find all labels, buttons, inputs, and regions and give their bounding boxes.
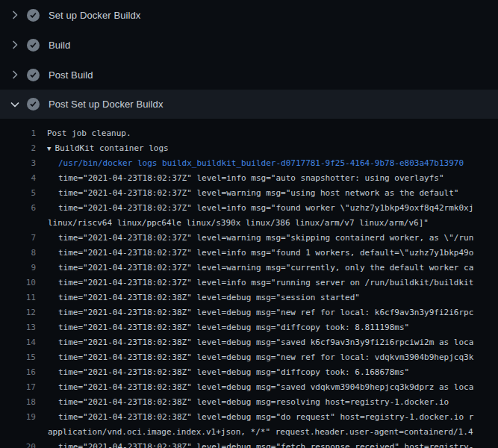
log-line: 1 Post job cleanup. (0, 126, 498, 141)
log-line-number[interactable]: 5 (0, 186, 36, 201)
step-list: Set up Docker Buildx Build Post Build (0, 0, 498, 119)
log-line-number[interactable] (0, 425, 36, 440)
log-line-text: time="2021-04-23T18:02:38Z" level=debug … (36, 335, 498, 350)
log-line: 8 time="2021-04-23T18:02:37Z" level=info… (0, 246, 498, 261)
log-line: 12 time="2021-04-23T18:02:38Z" level=deb… (0, 305, 498, 320)
log-line-number[interactable]: 1 (0, 126, 36, 141)
chevron-right-icon (9, 69, 21, 81)
log-line-number[interactable]: 10 (0, 276, 36, 290)
log-line-number[interactable]: 9 (0, 261, 36, 276)
log-line: 17 time="2021-04-23T18:02:38Z" level=deb… (0, 380, 498, 395)
log-line: 16 time="2021-04-23T18:02:38Z" level=deb… (0, 365, 498, 380)
log-line-text: time="2021-04-23T18:02:38Z" level=debug … (36, 290, 498, 305)
log-line-text: time="2021-04-23T18:02:37Z" level=info m… (36, 276, 498, 290)
log-line: 3 /usr/bin/docker logs buildx_buildkit_b… (0, 156, 498, 171)
log-line-number[interactable]: 7 (0, 231, 36, 246)
log-line-number[interactable]: 3 (0, 156, 36, 171)
log-line-text: time="2021-04-23T18:02:38Z" level=debug … (36, 380, 498, 395)
log-line-text: time="2021-04-23T18:02:37Z" level=info m… (36, 171, 498, 186)
check-circle-icon (27, 39, 40, 52)
section-label: Set up Docker Buildx (49, 10, 140, 21)
log-line-number[interactable]: 19 (0, 410, 36, 425)
log-line-number[interactable] (0, 216, 36, 231)
log-line-text: time="2021-04-23T18:02:38Z" level=debug … (36, 350, 498, 365)
log-line: 19 time="2021-04-23T18:02:38Z" level=deb… (0, 410, 498, 425)
check-circle-icon (27, 69, 40, 81)
check-circle-icon (27, 98, 40, 111)
log-line-number[interactable]: 12 (0, 305, 36, 320)
log-line-number[interactable]: 17 (0, 380, 36, 395)
log-line: 15 time="2021-04-23T18:02:38Z" level=deb… (0, 350, 498, 365)
log-line-text: application/vnd.oci.image.index.v1+json,… (36, 425, 498, 440)
section-label: Post Build (49, 69, 93, 81)
log-line-number[interactable]: 4 (0, 171, 36, 186)
log-line-number[interactable]: 2 (0, 141, 36, 156)
log-line-text: time="2021-04-23T18:02:38Z" level=debug … (36, 365, 498, 380)
log-line-text: BuildKit container logs (55, 141, 498, 156)
log-line-text: time="2021-04-23T18:02:37Z" level=info m… (36, 246, 498, 261)
log-line-text: time="2021-04-23T18:02:37Z" level=warnin… (36, 231, 498, 246)
log-line-text: time="2021-04-23T18:02:38Z" level=debug … (36, 410, 498, 425)
log-line-text: /usr/bin/docker logs buildx_buildkit_bui… (36, 156, 498, 171)
log-group-header: 2 ▼BuildKit container logs (0, 141, 498, 156)
section-label: Post Set up Docker Buildx (49, 99, 164, 110)
log-line: linux/riscv64 linux/ppc64le linux/s390x … (0, 216, 498, 231)
log-line-number[interactable]: 11 (0, 290, 36, 305)
log-line: 14 time="2021-04-23T18:02:38Z" level=deb… (0, 335, 498, 350)
log-line: 9 time="2021-04-23T18:02:37Z" level=warn… (0, 261, 498, 276)
group-collapse-icon[interactable]: ▼ (36, 141, 55, 156)
log-line: 7 time="2021-04-23T18:02:37Z" level=warn… (0, 231, 498, 246)
log-lines: 1 Post job cleanup. 2 ▼BuildKit containe… (0, 126, 498, 448)
chevron-down-icon (9, 99, 21, 111)
section-label: Build (49, 40, 70, 51)
log-line-text: time="2021-04-23T18:02:37Z" level=info m… (36, 201, 498, 216)
log-line: 5 time="2021-04-23T18:02:37Z" level=warn… (0, 186, 498, 201)
log-line-text: linux/riscv64 linux/ppc64le linux/s390x … (36, 216, 498, 231)
check-circle-icon (27, 9, 40, 22)
log-line: 11 time="2021-04-23T18:02:38Z" level=deb… (0, 290, 498, 305)
log-line-text: time="2021-04-23T18:02:38Z" level=debug … (36, 440, 498, 448)
log-line: 18 time="2021-04-23T18:02:38Z" level=deb… (0, 395, 498, 410)
log-line: 4 time="2021-04-23T18:02:37Z" level=info… (0, 171, 498, 186)
log-line-text: time="2021-04-23T18:02:38Z" level=debug … (36, 395, 498, 410)
section-header-post-set-up-docker-buildx[interactable]: Post Set up Docker Buildx (0, 90, 498, 119)
log-line-number[interactable]: 15 (0, 350, 36, 365)
log-line-text: time="2021-04-23T18:02:38Z" level=debug … (36, 305, 498, 320)
log-line: 10 time="2021-04-23T18:02:37Z" level=inf… (0, 276, 498, 290)
log-line: 13 time="2021-04-23T18:02:38Z" level=deb… (0, 320, 498, 335)
log-line-number[interactable]: 14 (0, 335, 36, 350)
section-header-build[interactable]: Build (0, 30, 498, 60)
log-line-number[interactable]: 8 (0, 246, 36, 261)
log-line-text: Post job cleanup. (36, 126, 498, 141)
log-line: 20 time="2021-04-23T18:02:38Z" level=deb… (0, 440, 498, 448)
chevron-right-icon (9, 39, 21, 51)
log-line-number[interactable]: 20 (0, 440, 36, 448)
log-line: 6 time="2021-04-23T18:02:37Z" level=info… (0, 201, 498, 216)
log-output: 1 Post job cleanup. 2 ▼BuildKit containe… (0, 119, 498, 448)
log-line-text: time="2021-04-23T18:02:37Z" level=warnin… (36, 186, 498, 201)
chevron-right-icon (9, 9, 21, 21)
log-line-number[interactable]: 18 (0, 395, 36, 410)
section-header-set-up-docker-buildx[interactable]: Set up Docker Buildx (0, 0, 498, 30)
log-line-number[interactable]: 13 (0, 320, 36, 335)
log-line: application/vnd.oci.image.index.v1+json,… (0, 425, 498, 440)
section-header-post-build[interactable]: Post Build (0, 60, 498, 90)
workflow-log-viewer: Set up Docker Buildx Build Post Build (0, 0, 498, 448)
log-line-number[interactable]: 16 (0, 365, 36, 380)
log-line-text: time="2021-04-23T18:02:37Z" level=warnin… (36, 261, 498, 276)
log-line-text: time="2021-04-23T18:02:38Z" level=debug … (36, 320, 498, 335)
log-line-number[interactable]: 6 (0, 201, 36, 216)
